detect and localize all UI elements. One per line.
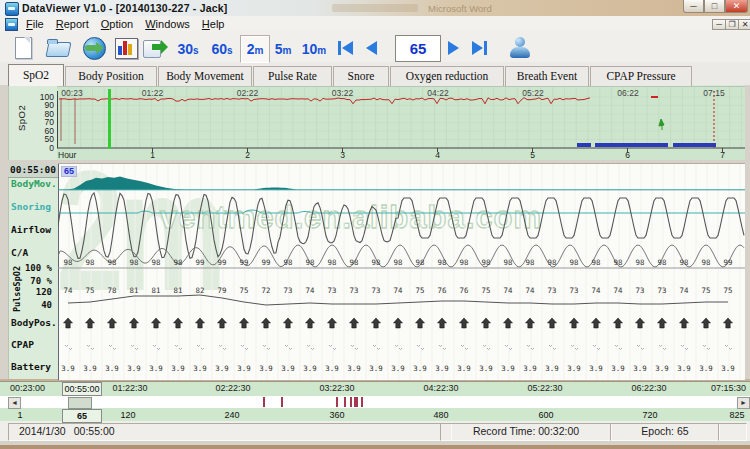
hour-tick: 7: [720, 150, 725, 160]
pulse-value: 74: [614, 286, 623, 295]
interval-button-30s[interactable]: 30s: [172, 38, 204, 60]
tab-pulse-rate[interactable]: Pulse Rate: [253, 66, 332, 86]
battery-value: 3.9: [501, 364, 514, 373]
new-file-icon[interactable]: [12, 36, 36, 60]
export-icon[interactable]: [142, 36, 166, 60]
spo2-value: 98: [592, 258, 601, 267]
event-tick: [336, 397, 338, 407]
last-epoch-button[interactable]: [472, 41, 483, 55]
maximize-button[interactable]: □: [704, 0, 725, 13]
body-position-arrow: [196, 318, 205, 328]
mdi-close-button[interactable]: ✕: [738, 19, 750, 30]
body-position-arrow: [240, 318, 249, 328]
navigator-time-label: 01:22:30: [112, 383, 147, 393]
menu-help[interactable]: Help: [196, 17, 231, 31]
status-time: 00:55:00: [74, 425, 115, 437]
menu-report[interactable]: Report: [50, 17, 95, 31]
spo2-overview-chart[interactable]: 00:2301:2202:2203:2204:2205:2206:2207:15…: [57, 86, 745, 161]
battery-value: 3.9: [545, 364, 558, 373]
tab-breath-event[interactable]: Breath Event: [505, 66, 589, 86]
tab-snore[interactable]: Snore: [333, 66, 389, 86]
navigator-epoch-label: 825: [729, 410, 744, 420]
spo2-value: 98: [372, 258, 381, 267]
tab-body-position[interactable]: Body Position: [65, 66, 157, 86]
menu-file[interactable]: File: [20, 17, 50, 31]
pulse-value: 74: [504, 286, 513, 295]
body-position-arrow: [174, 318, 183, 328]
body-position-arrow: [394, 318, 403, 328]
first-epoch-icon[interactable]: [338, 41, 341, 55]
pulse-value: 78: [108, 286, 117, 295]
battery-value: 3.9: [721, 364, 734, 373]
battery-value: 3.9: [215, 364, 228, 373]
body-position-arrow: [64, 318, 73, 328]
waveform-chart[interactable]: 2m ventmed.en.alibaba.com 98989898989899…: [58, 163, 745, 380]
menu-windows[interactable]: Windows: [139, 17, 196, 31]
tab-spo2[interactable]: SpO2: [8, 64, 64, 86]
body-position-arrow: [592, 318, 601, 328]
interval-button-2m[interactable]: 2m: [240, 35, 270, 63]
overview-time-label: 05:22: [522, 88, 543, 98]
spo2-value: 98: [394, 258, 403, 267]
overview-time-label: 01:22: [142, 88, 163, 98]
battery-value: 3.9: [633, 364, 646, 373]
menu-option[interactable]: Option: [95, 17, 139, 31]
spo2-value: 98: [570, 258, 579, 267]
navigator-time-label: 04:22:30: [423, 383, 458, 393]
navigator-time-label: 05:22:30: [527, 383, 562, 393]
patient-icon[interactable]: [508, 36, 532, 60]
spo2-value: 98: [504, 258, 513, 267]
slider-right-button[interactable]: ►: [737, 397, 750, 409]
battery-value: 3.9: [457, 364, 470, 373]
spo2-value: 98: [174, 258, 183, 267]
body-position-arrow: [614, 318, 623, 328]
document-icon[interactable]: [5, 18, 18, 31]
globe-icon[interactable]: [82, 36, 106, 60]
slider-left-button[interactable]: ◄: [8, 397, 21, 409]
waveform-svg: 9898989898989999999998989898989898989898…: [58, 164, 745, 380]
spo2-value: 98: [680, 258, 689, 267]
overview-ytick: 0: [28, 143, 54, 153]
report-chart-icon[interactable]: [114, 36, 138, 60]
battery-value: 3.9: [523, 364, 536, 373]
battery-value: 3.9: [677, 364, 690, 373]
tab-body-movement[interactable]: Body Movement: [158, 66, 252, 86]
first-epoch-button[interactable]: [342, 41, 353, 55]
title-bar: DataViewer V1.0 - [20140130-227 - Jack] …: [0, 0, 750, 16]
interval-button-60s[interactable]: 60s: [206, 38, 238, 60]
tab-cpap-pressure[interactable]: CPAP Pressure: [590, 66, 692, 86]
overview-time-label: 07:15: [703, 88, 724, 98]
epoch-number-box[interactable]: 65: [395, 35, 441, 62]
slider-thumb[interactable]: [68, 397, 92, 409]
interval-button-10m[interactable]: 10m: [296, 38, 332, 60]
tab-oxygen-reduction[interactable]: Oxygen reduction: [390, 66, 504, 86]
pulse-value: 76: [460, 286, 469, 295]
spo2-value: 98: [64, 258, 73, 267]
mdi-restore-button[interactable]: ❐: [725, 19, 739, 30]
pulse-value: 74: [64, 286, 73, 295]
overview-time-label: 02:22: [237, 88, 258, 98]
body-position-arrow: [328, 318, 337, 328]
prev-epoch-button[interactable]: [366, 41, 377, 55]
navigator-current-time: 00:55:00: [62, 382, 102, 396]
channel-label-cpap: CPAP: [11, 339, 34, 350]
close-button[interactable]: ✕: [725, 0, 748, 13]
open-folder-icon[interactable]: [46, 36, 70, 60]
spo2-value: 98: [350, 258, 359, 267]
event-tick: [361, 397, 363, 407]
pulse-value: 72: [262, 286, 271, 295]
current-epoch-time: 00:55:00: [8, 163, 58, 178]
spo2-value: 98: [130, 258, 139, 267]
last-epoch-icon[interactable]: [484, 41, 487, 55]
spo2-value: 99: [218, 258, 227, 267]
minimize-button[interactable]: ─: [683, 0, 704, 13]
next-epoch-button[interactable]: [448, 41, 459, 55]
interval-button-5m[interactable]: 5m: [270, 38, 296, 60]
spo2-value: 98: [482, 258, 491, 267]
pulse-axis-label: 100 %: [18, 263, 52, 273]
mdi-minimize-button[interactable]: ─: [712, 19, 726, 30]
spo2-value: 98: [460, 258, 469, 267]
navigator-epoch-label: 120: [120, 410, 135, 420]
hour-tick: 4: [435, 150, 440, 160]
pulse-value: 79: [218, 286, 227, 295]
